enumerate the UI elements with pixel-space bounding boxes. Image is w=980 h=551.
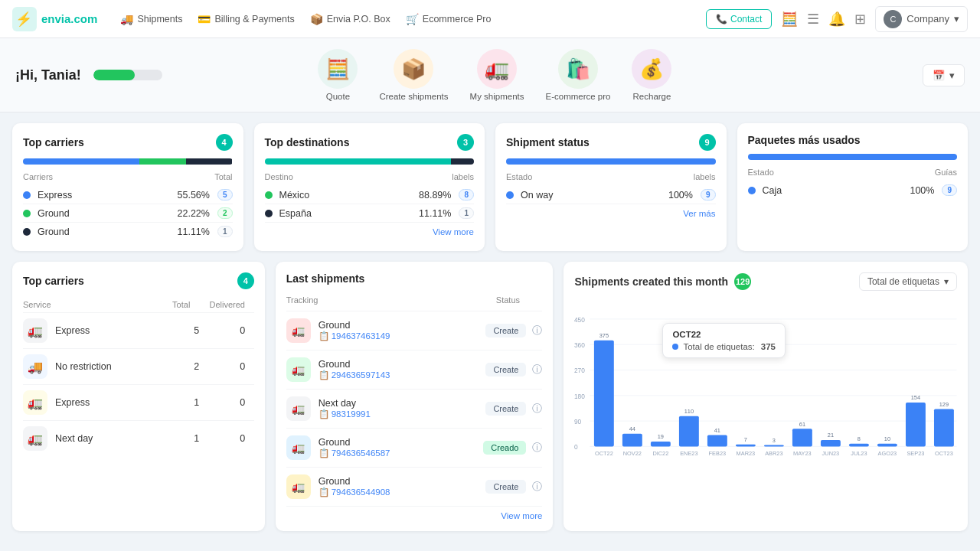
svg-text:129: 129: [939, 401, 949, 408]
service-row-express1: 🚛 Express 5 0: [23, 313, 254, 349]
info-icon-4[interactable]: ⓘ: [532, 480, 542, 494]
status-on-way-pct: 100%: [668, 190, 693, 201]
shipment-3-status-btn[interactable]: Creado: [483, 441, 526, 455]
top-carriers-card: Top carriers 4 Carriers Total Express 55…: [12, 123, 243, 251]
recharge-icon: 💰: [632, 49, 671, 89]
contact-icon: 📞: [716, 14, 727, 24]
shipment-0-status-btn[interactable]: Create: [485, 324, 526, 337]
svg-text:44: 44: [629, 425, 635, 432]
shipment-2-status-btn[interactable]: Create: [485, 402, 526, 416]
carrier-express-pct: 55.56%: [178, 190, 210, 201]
shipment-status-bar: [506, 158, 716, 165]
bell-icon[interactable]: 🔔: [828, 11, 845, 28]
quick-action-quote[interactable]: 🧮 Quote: [318, 49, 358, 101]
top-destinations-title: Top destinations: [265, 136, 350, 148]
my-shipments-label: My shipments: [470, 92, 524, 101]
apps-icon[interactable]: ⊞: [854, 11, 866, 28]
chart-dropdown-chevron: ▾: [944, 276, 949, 287]
quote-icon: 🧮: [318, 49, 358, 89]
ecommerce-icon: 🛒: [406, 13, 419, 25]
info-icon-0[interactable]: ⓘ: [532, 324, 542, 337]
quick-actions: 🧮 Quote 📦 Create shipments 🚛 My shipment…: [318, 49, 671, 101]
last-shipments-card: Last shipments Tracking Status 🚛 Ground …: [276, 262, 554, 531]
nav-ecommerce-label: Ecommerce Pro: [423, 14, 492, 24]
express2-delivered: 0: [231, 397, 254, 408]
top-row: Top carriers 4 Carriers Total Express 55…: [12, 123, 968, 251]
svg-text:ABR23: ABR23: [766, 450, 783, 457]
bar-feb23: [707, 435, 727, 447]
carrier-logo-1: 🚛: [286, 357, 311, 382]
paquetes-col-guias: Guías: [935, 168, 957, 177]
chart-dropdown[interactable]: Total de etiquetas ▾: [859, 272, 957, 291]
shipment-3-name: Ground: [318, 437, 451, 448]
dot-on-way: [506, 191, 514, 199]
bar-espana: [451, 158, 474, 165]
svg-text:MAY23: MAY23: [793, 450, 812, 457]
info-icon-1[interactable]: ⓘ: [532, 363, 542, 377]
svg-text:OCT23: OCT23: [935, 450, 953, 457]
shipment-row-2: 🚛 Next day 📋98319991 Create ⓘ: [286, 390, 543, 429]
carrier-logo-4: 🚛: [286, 474, 311, 499]
quick-action-my-shipments[interactable]: 🚛 My shipments: [470, 49, 524, 101]
tooltip-value: 375: [761, 342, 776, 351]
contact-button[interactable]: 📞 Contact: [706, 9, 772, 29]
shipment-row-0: 🚛 Ground 📋194637463149 Create ⓘ: [286, 311, 543, 350]
dot-ground-dark: [23, 228, 31, 236]
nav-ecommerce[interactable]: 🛒 Ecommerce Pro: [406, 13, 492, 25]
express1-name: Express: [55, 325, 185, 336]
grid-icon[interactable]: ☰: [807, 11, 819, 28]
ecommerce-pro-label: E-commerce pro: [545, 92, 610, 101]
shipment-1-status-btn[interactable]: Create: [485, 363, 526, 377]
calculator-icon[interactable]: 🧮: [781, 11, 798, 28]
svg-text:19: 19: [658, 433, 664, 440]
chevron-down-icon: ▾: [949, 70, 955, 81]
nav-shipments-label: Shipments: [137, 14, 182, 24]
quick-action-create-shipments[interactable]: 📦 Create shipments: [379, 49, 448, 101]
paquetes-col-estado: Estado: [748, 168, 774, 177]
greeting: ¡Hi, Tania!: [15, 67, 81, 83]
company-chevron-icon: ▾: [954, 13, 959, 24]
status-table-header: Estado labels: [506, 172, 716, 181]
paquetes-caja-badge: 9: [942, 184, 957, 196]
dest-espana-badge: 1: [459, 207, 474, 219]
carriers-col-label: Carriers: [23, 172, 53, 181]
service-row-next-day: 🚛 Next day 1 0: [23, 421, 254, 456]
shipments-view-more[interactable]: View more: [286, 511, 543, 520]
nav-pobox[interactable]: 📦 Envia P.O. Box: [310, 13, 390, 25]
service-col-service: Service: [23, 300, 162, 309]
shipment-row-4: 🚛 Ground 📋794636544908 Create ⓘ: [286, 468, 543, 507]
my-shipments-icon: 🚛: [477, 49, 517, 89]
dest-col-destino: Destino: [265, 172, 293, 181]
bar-caja: [748, 154, 958, 160]
bar-express: [23, 158, 139, 165]
bar-dic22: [651, 442, 671, 446]
shipment-4-status-btn[interactable]: Create: [485, 480, 526, 494]
bar-abr23: [764, 445, 784, 447]
top-carriers-header: Top carriers 4: [23, 134, 233, 151]
info-icon-3[interactable]: ⓘ: [532, 441, 542, 455]
svg-text:90: 90: [574, 418, 582, 425]
svg-text:450: 450: [574, 316, 585, 324]
nav-shipments[interactable]: 🚚 Shipments: [120, 13, 182, 25]
status-view-more[interactable]: Ver más: [506, 209, 716, 218]
next-day-total: 1: [185, 433, 208, 444]
nav-billing[interactable]: 💳 Billing & Payments: [198, 13, 294, 25]
next-day-icon: 🚛: [23, 426, 47, 451]
info-icon-2[interactable]: ⓘ: [532, 402, 542, 416]
svg-text:FEB23: FEB23: [709, 450, 727, 457]
create-shipments-icon: 📦: [394, 49, 433, 89]
tooltip-title: OCT22: [672, 330, 776, 339]
express2-icon: 🚛: [23, 390, 47, 415]
quick-action-recharge[interactable]: 💰 Recharge: [632, 49, 671, 101]
date-dropdown[interactable]: 📅 ▾: [923, 64, 965, 86]
destinations-view-more[interactable]: View more: [265, 227, 475, 236]
ecommerce-pro-icon: 🛍️: [558, 49, 598, 89]
logo[interactable]: ⚡ envia.com: [12, 7, 97, 31]
carrier-express-name: Express: [38, 190, 72, 201]
carrier-logo-0: 🚛: [286, 318, 311, 343]
company-button[interactable]: C Company ▾: [875, 6, 968, 32]
quick-action-ecommerce[interactable]: 🛍️ E-commerce pro: [545, 49, 610, 101]
shipment-status-header: Shipment status 9: [506, 134, 716, 151]
status-on-way-name: On way: [521, 190, 553, 201]
status-on-way-badge: 9: [701, 189, 716, 201]
